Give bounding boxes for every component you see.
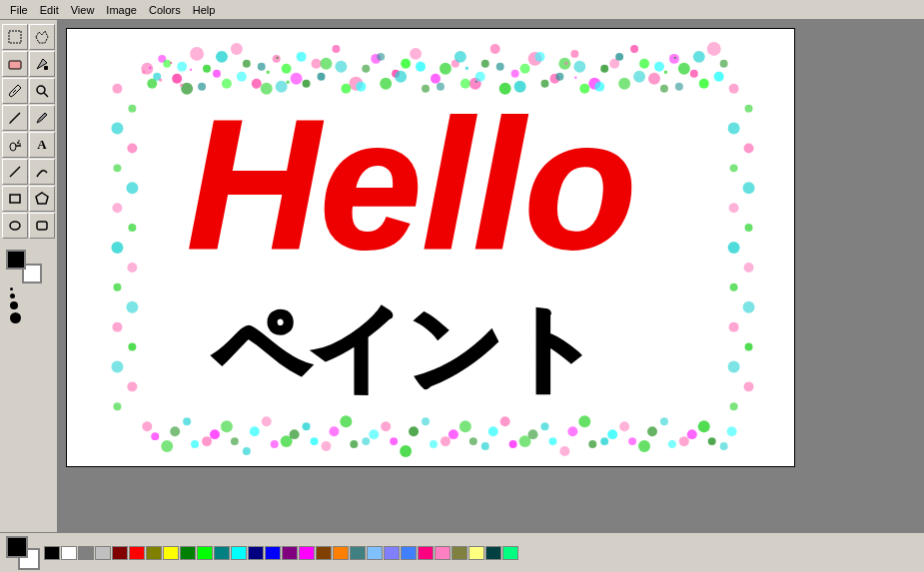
rect-tool[interactable] [2,186,28,212]
svg-point-81 [216,51,228,63]
svg-point-97 [535,52,545,62]
swatch-purple[interactable] [282,546,298,560]
swatch-yellow[interactable] [163,546,179,560]
bottom-foreground-color[interactable] [6,536,28,558]
swatch-gray[interactable] [78,546,94,560]
svg-point-140 [210,429,220,439]
svg-point-89 [377,53,385,61]
svg-point-113 [262,416,272,426]
swatch-cornflower[interactable] [401,546,417,560]
menu-image[interactable]: Image [100,2,143,18]
swatch-red[interactable] [129,546,145,560]
svg-point-164 [687,429,697,439]
svg-point-135 [698,420,710,432]
svg-point-176 [127,263,137,273]
svg-rect-17 [37,222,47,230]
pencil-tool[interactable] [2,105,28,131]
curve-tool[interactable] [29,159,55,185]
brush-size-2-row [10,293,28,298]
swatch-aqua[interactable] [231,546,247,560]
menu-edit[interactable]: Edit [34,2,65,18]
swatch-dark-teal[interactable] [485,546,501,560]
svg-rect-14 [10,195,20,203]
svg-point-154 [488,426,498,436]
swatch-light-yellow[interactable] [468,546,484,560]
foreground-color-box[interactable] [6,250,26,270]
swatch-magenta[interactable] [299,546,315,560]
brush-tool[interactable] [29,105,55,131]
swatch-light-blue[interactable] [367,546,383,560]
eyedropper-tool[interactable] [2,78,28,104]
svg-point-128 [559,446,569,456]
brush-size-1-row [10,287,28,290]
svg-point-103 [654,62,664,72]
swatch-white[interactable] [61,546,77,560]
brush-size-4[interactable] [10,312,21,323]
swatch-blue[interactable] [265,546,281,560]
svg-point-153 [469,437,477,445]
svg-point-195 [743,301,755,313]
svg-point-142 [250,426,260,436]
canvas-wrapper[interactable]: Hello ペイント [58,20,924,532]
brush-sizes [10,287,28,323]
swatch-brown[interactable] [316,546,332,560]
brush-size-3[interactable] [10,301,18,309]
swatch-navy[interactable] [248,546,264,560]
fill-tool[interactable] [29,51,55,77]
polygon-tool[interactable] [29,186,55,212]
magnify-tool[interactable] [29,78,55,104]
svg-point-161 [628,437,636,445]
drawing-canvas[interactable]: Hello ペイント [66,28,795,467]
svg-point-57 [321,58,333,70]
line-tool[interactable] [2,159,28,185]
svg-point-138 [170,426,180,436]
svg-point-127 [540,422,548,430]
svg-point-174 [128,224,136,232]
svg-point-44 [648,73,660,85]
svg-point-98 [555,73,563,81]
svg-point-137 [151,432,159,440]
svg-point-117 [340,415,352,427]
svg-point-157 [548,437,556,445]
swatch-cyan-dark[interactable] [350,546,366,560]
svg-point-121 [422,417,430,425]
select-free-tool[interactable] [29,24,55,50]
svg-point-12 [18,140,20,142]
select-rect-tool[interactable] [2,24,28,50]
swatch-periwinkle[interactable] [384,546,400,560]
swatch-green[interactable] [180,546,196,560]
svg-point-61 [401,59,411,69]
svg-rect-2 [44,66,48,70]
swatch-orange[interactable] [333,546,349,560]
airbrush-tool[interactable] [2,132,28,158]
swatch-silver[interactable] [95,546,111,560]
svg-point-59 [362,65,370,73]
svg-point-40 [570,50,578,58]
svg-point-27 [312,59,322,69]
svg-point-37 [511,70,519,78]
svg-point-144 [290,429,300,439]
swatch-teal[interactable] [214,546,230,560]
brush-size-1[interactable] [10,287,13,290]
menu-view[interactable]: View [65,2,101,18]
svg-point-159 [588,440,596,448]
menu-file[interactable]: File [4,2,34,18]
ellipse-tool[interactable] [2,213,28,239]
swatch-maroon[interactable] [112,546,128,560]
swatch-black[interactable] [44,546,60,560]
text-tool[interactable]: A [29,132,55,158]
rounded-rect-tool[interactable] [29,213,55,239]
svg-point-16 [10,222,20,230]
swatch-spring-green[interactable] [502,546,518,560]
menu-colors[interactable]: Colors [143,2,187,18]
swatch-olive[interactable] [146,546,162,560]
swatch-dark-yellow[interactable] [452,546,467,560]
swatch-rose[interactable] [418,546,434,560]
brush-size-2[interactable] [10,293,15,298]
svg-line-5 [44,93,48,97]
swatch-lime[interactable] [197,546,213,560]
menu-help[interactable]: Help [187,2,222,18]
svg-point-43 [630,45,638,53]
eraser-tool[interactable] [2,51,28,77]
swatch-pink[interactable] [435,546,451,560]
